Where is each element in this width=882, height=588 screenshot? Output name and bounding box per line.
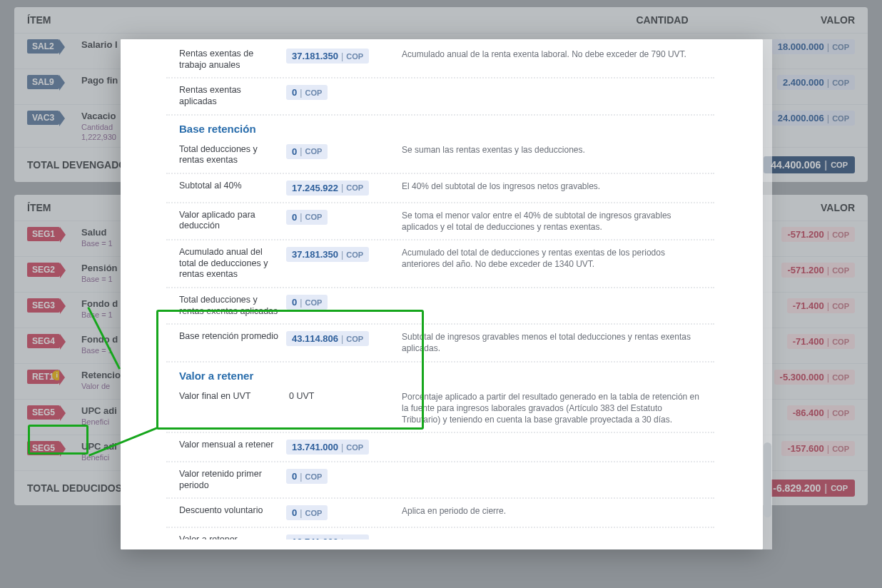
modal-desc: Acumulado del total de deducciones y ren… [399, 247, 701, 270]
modal-value: 0|COP [286, 295, 328, 310]
modal-label: Base retención promedio [179, 331, 286, 343]
modal-value: 37.181.350|COP [286, 247, 369, 262]
modal-label: Total deducciones y rentas exentas [179, 144, 286, 166]
modal-desc: Aplica en periodo de cierre. [399, 505, 701, 517]
modal-row: Valor retenido primer periodo 0|COP [166, 462, 714, 499]
modal-desc: Porcentaje aplicado a partir del resulta… [399, 391, 701, 426]
modal-label: Valor mensual a retener [179, 440, 286, 451]
modal-label: Rentas exentas de trabajo anuales [179, 49, 286, 71]
modal-label: Valor final en UVT [179, 391, 286, 402]
modal-value: 0|COP [286, 505, 328, 520]
modal-row: Total deducciones y rentas exentas aplic… [166, 288, 714, 325]
modal-label: Valor retenido primer periodo [179, 469, 286, 491]
modal-value: 0|COP [286, 144, 328, 159]
modal-row: Descuento voluntario 0|COP Aplica en per… [166, 499, 714, 528]
modal-value: 0|COP [286, 469, 328, 484]
modal-row: Rentas exentas de trabajo anuales 37.181… [166, 42, 714, 78]
modal-label: Valor aplicado para deducción [179, 210, 286, 232]
modal-row: Valor final en UVT 0 UVT Porcentaje apli… [166, 385, 714, 434]
modal-label: Total deducciones y rentas exentas aplic… [179, 295, 286, 317]
modal-desc: Se toma el menor valor entre el 40% de s… [399, 210, 701, 233]
modal-row: Valor mensual a retener 13.741.000|COP [166, 433, 714, 462]
modal-value: 13.741.000|COP [286, 440, 369, 455]
modal-desc: Subtotal de ingresos gravables menos el … [399, 331, 701, 354]
modal-label: Descuento voluntario [179, 505, 286, 517]
modal-row: Acumulado anual del total de deducciones… [166, 240, 714, 288]
modal-row: Base retención promedio 43.114.806|COP S… [166, 325, 714, 362]
modal-label: Acumulado anual del total de deducciones… [179, 247, 286, 280]
modal-value: 13.741.000|COP [286, 534, 369, 539]
modal-label: Valor a retener [179, 534, 286, 539]
modal-label: Subtotal al 40% [179, 181, 286, 192]
modal-row: Valor aplicado para deducción 0|COP Se t… [166, 203, 714, 240]
modal-section-base: Base retención [166, 116, 714, 138]
modal-row: Subtotal al 40% 17.245.922|COP El 40% de… [166, 174, 714, 203]
modal-value: 43.114.806|COP [286, 331, 369, 346]
modal-desc: Acumulado anual de la renta exenta labor… [399, 49, 701, 60]
modal-section-retener: Valor a retener [166, 363, 714, 385]
modal-label: Rentas exentas aplicadas [179, 85, 286, 107]
modal-value: 17.245.922|COP [286, 181, 369, 196]
modal-scrollbar-thumb[interactable] [764, 442, 771, 517]
modal-row: Valor a retener 13.741.000|COP [166, 528, 714, 539]
modal-row: Rentas exentas aplicadas 0|COP [166, 78, 714, 115]
modal-desc: El 40% del subtotal de los ingresos neto… [399, 181, 701, 192]
modal-row: Total deducciones y rentas exentas 0|COP… [166, 138, 714, 174]
modal-body: Rentas exentas de trabajo anuales 37.181… [166, 39, 714, 539]
modal-value-plain: 0 UVT [286, 391, 314, 401]
modal-value: 0|COP [286, 85, 328, 100]
modal-desc: Se suman las rentas exentas y las deducc… [399, 144, 701, 156]
modal-value: 37.181.350|COP [286, 49, 369, 64]
modal-value: 0|COP [286, 210, 328, 225]
retention-detail-modal: Rentas exentas de trabajo anuales 37.181… [121, 39, 763, 549]
